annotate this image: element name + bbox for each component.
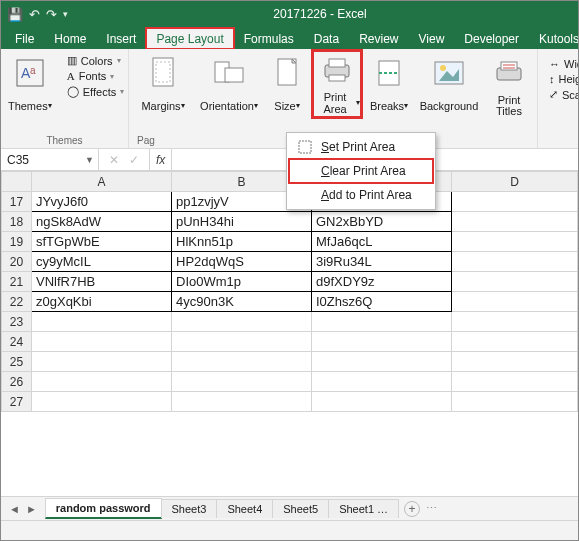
size-button[interactable]: Size ▾ bbox=[267, 51, 307, 119]
name-box-dropdown-icon[interactable]: ▼ bbox=[85, 155, 94, 165]
cell[interactable] bbox=[452, 352, 578, 372]
tab-insert[interactable]: Insert bbox=[96, 28, 146, 49]
cell[interactable]: pUnH34hi bbox=[172, 212, 312, 232]
tab-view[interactable]: View bbox=[409, 28, 455, 49]
sheet-nav-prev-icon[interactable]: ◄ bbox=[9, 503, 20, 515]
col-header[interactable]: D bbox=[452, 172, 578, 192]
cancel-icon[interactable]: ✕ bbox=[109, 153, 119, 167]
sheet-nav[interactable]: ◄► bbox=[1, 503, 45, 515]
cell[interactable]: ngSk8AdW bbox=[32, 212, 172, 232]
cell[interactable] bbox=[312, 312, 452, 332]
colors-button[interactable]: ▥Colors▾ bbox=[64, 53, 127, 68]
cell[interactable] bbox=[452, 312, 578, 332]
menu-add-print-area[interactable]: Add to Print Area bbox=[289, 183, 433, 207]
menu-clear-print-area[interactable]: Clear Print Area bbox=[289, 159, 433, 183]
scale-control[interactable]: ⤢Scale: bbox=[546, 87, 579, 102]
cell[interactable] bbox=[452, 232, 578, 252]
cell[interactable]: z0gXqKbi bbox=[32, 292, 172, 312]
cell[interactable]: HP2dqWqS bbox=[172, 252, 312, 272]
cell[interactable]: VNlfR7HB bbox=[32, 272, 172, 292]
tab-file[interactable]: File bbox=[5, 28, 44, 49]
background-button[interactable]: Background bbox=[417, 51, 481, 119]
cell[interactable] bbox=[32, 312, 172, 332]
cell[interactable]: 4yc90n3K bbox=[172, 292, 312, 312]
row-header[interactable]: 23 bbox=[2, 312, 32, 332]
enter-icon[interactable]: ✓ bbox=[129, 153, 139, 167]
save-icon[interactable]: 💾 bbox=[7, 7, 23, 22]
cell[interactable] bbox=[312, 352, 452, 372]
cell[interactable] bbox=[312, 392, 452, 412]
cell[interactable] bbox=[172, 392, 312, 412]
tab-developer[interactable]: Developer bbox=[454, 28, 529, 49]
tab-kutools[interactable]: Kutools › bbox=[529, 28, 579, 49]
name-box[interactable]: C35 ▼ bbox=[1, 149, 99, 170]
cell[interactable] bbox=[452, 272, 578, 292]
cell[interactable]: MfJa6qcL bbox=[312, 232, 452, 252]
sheet-tab[interactable]: Sheet3 bbox=[161, 499, 218, 518]
effects-button[interactable]: ◯Effects▾ bbox=[64, 84, 127, 99]
row-header[interactable]: 19 bbox=[2, 232, 32, 252]
height-control[interactable]: ↕Height: Au bbox=[546, 72, 579, 86]
orientation-button[interactable]: Orientation ▾ bbox=[197, 51, 261, 119]
cell[interactable]: DIo0Wm1p bbox=[172, 272, 312, 292]
print-area-button[interactable]: Print Area ▾ bbox=[313, 51, 361, 117]
themes-button[interactable]: Aa Themes ▾ bbox=[2, 51, 58, 119]
redo-icon[interactable]: ↷ bbox=[46, 7, 57, 22]
new-sheet-button[interactable]: + bbox=[404, 501, 420, 517]
tab-review[interactable]: Review bbox=[349, 28, 408, 49]
row-header[interactable]: 24 bbox=[2, 332, 32, 352]
worksheet-grid[interactable]: A B C D 17JYvyJ6f0pp1zvjyVG9XGBFQJ18ngSk… bbox=[1, 171, 578, 496]
cell[interactable]: HlKnn51p bbox=[172, 232, 312, 252]
cell[interactable] bbox=[452, 372, 578, 392]
tab-formulas[interactable]: Formulas bbox=[234, 28, 304, 49]
sheet-tab[interactable]: random password bbox=[45, 498, 162, 519]
print-titles-button[interactable]: Print Titles bbox=[487, 51, 531, 119]
col-header[interactable]: A bbox=[32, 172, 172, 192]
cell[interactable] bbox=[312, 332, 452, 352]
cell[interactable] bbox=[452, 192, 578, 212]
cell[interactable] bbox=[172, 312, 312, 332]
row-header[interactable]: 21 bbox=[2, 272, 32, 292]
undo-icon[interactable]: ↶ bbox=[29, 7, 40, 22]
margins-button[interactable]: Margins ▾ bbox=[135, 51, 191, 119]
cell[interactable] bbox=[32, 392, 172, 412]
cell[interactable] bbox=[172, 372, 312, 392]
row-header[interactable]: 22 bbox=[2, 292, 32, 312]
cell[interactable] bbox=[172, 352, 312, 372]
cell[interactable] bbox=[452, 392, 578, 412]
sheet-scroll-dots-icon[interactable]: ⋯ bbox=[426, 502, 437, 515]
cell[interactable] bbox=[452, 332, 578, 352]
cell[interactable] bbox=[452, 212, 578, 232]
cell[interactable]: cy9yMcIL bbox=[32, 252, 172, 272]
sheet-tab[interactable]: Sheet4 bbox=[216, 499, 273, 518]
row-header[interactable]: 25 bbox=[2, 352, 32, 372]
cell[interactable] bbox=[312, 372, 452, 392]
row-header[interactable]: 26 bbox=[2, 372, 32, 392]
select-all-corner[interactable] bbox=[2, 172, 32, 192]
row-header[interactable]: 20 bbox=[2, 252, 32, 272]
qat-dropdown-icon[interactable]: ▾ bbox=[63, 9, 68, 19]
row-header[interactable]: 17 bbox=[2, 192, 32, 212]
sheet-nav-next-icon[interactable]: ► bbox=[26, 503, 37, 515]
cell[interactable]: I0Zhsz6Q bbox=[312, 292, 452, 312]
fx-label[interactable]: fx bbox=[150, 149, 172, 170]
cell[interactable]: sfTGpWbE bbox=[32, 232, 172, 252]
menu-set-print-area[interactable]: Set Print Area bbox=[289, 135, 433, 159]
cell[interactable]: d9fXDY9z bbox=[312, 272, 452, 292]
tab-data[interactable]: Data bbox=[304, 28, 349, 49]
tab-home[interactable]: Home bbox=[44, 28, 96, 49]
cell[interactable] bbox=[452, 292, 578, 312]
row-header[interactable]: 18 bbox=[2, 212, 32, 232]
cell[interactable] bbox=[32, 332, 172, 352]
sheet-tab[interactable]: Sheet5 bbox=[272, 499, 329, 518]
row-header[interactable]: 27 bbox=[2, 392, 32, 412]
cell[interactable] bbox=[452, 252, 578, 272]
cell[interactable] bbox=[172, 332, 312, 352]
tab-page-layout[interactable]: Page Layout bbox=[146, 28, 233, 49]
breaks-button[interactable]: Breaks ▾ bbox=[367, 51, 411, 119]
cell[interactable] bbox=[32, 352, 172, 372]
cell[interactable]: GN2xBbYD bbox=[312, 212, 452, 232]
width-control[interactable]: ↔Width: Au bbox=[546, 57, 579, 71]
sheet-tab[interactable]: Sheet1 … bbox=[328, 499, 399, 518]
cell[interactable]: JYvyJ6f0 bbox=[32, 192, 172, 212]
